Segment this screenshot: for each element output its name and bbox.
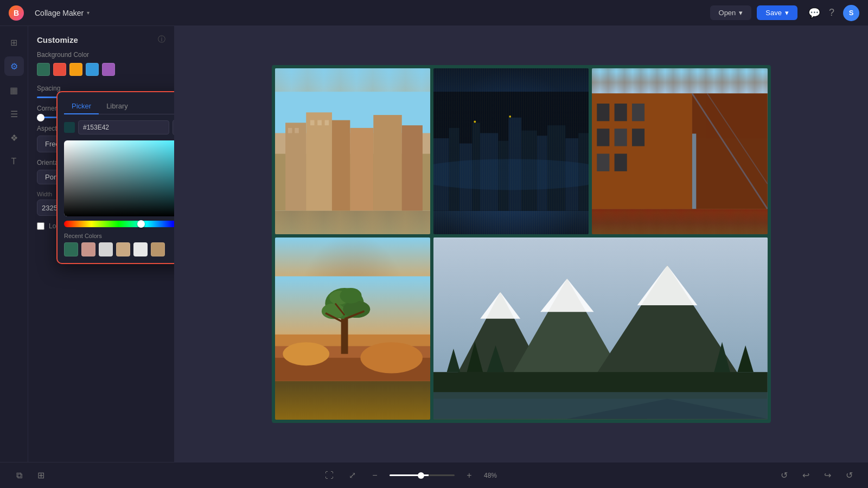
history-button[interactable]: ↺ [841,467,857,484]
sidebar-item-layers[interactable]: ☰ [4,104,24,124]
zoom-in-button[interactable]: + [461,467,477,484]
svg-rect-23 [509,118,522,211]
svg-point-29 [474,121,476,123]
recent-swatch-2[interactable] [81,242,95,256]
swatch-purple[interactable] [102,63,115,76]
refresh-button[interactable]: ↺ [776,467,792,484]
current-color-preview [64,122,75,133]
open-button[interactable]: Open ▾ [710,5,752,20]
svg-rect-17 [433,138,449,211]
svg-point-53 [360,342,422,373]
tab-library[interactable]: Library [99,99,136,114]
photo-cell-3[interactable] [592,68,768,234]
hue-slider[interactable] [64,221,175,227]
svg-point-52 [283,342,329,365]
svg-rect-3 [285,123,306,210]
icon-bar: ⊞ ⚙ ▦ ☰ ❖ T [0,26,28,462]
sidebar-item-text[interactable]: T [4,152,24,171]
comment-icon[interactable]: 💬 [808,7,820,19]
collage-board [272,65,771,423]
tab-picker[interactable]: Picker [64,99,99,114]
svg-rect-41 [615,129,627,146]
svg-point-59 [340,288,361,304]
swatch-blue[interactable] [86,63,99,76]
svg-rect-13 [325,120,329,126]
lock-aspect-checkbox[interactable] [37,222,44,230]
recent-swatch-3[interactable] [99,242,113,256]
photo-cell-1[interactable] [275,68,430,234]
picker-toolbar: ✏ 🔍 ⊞ + [64,120,175,135]
sidebar-item-customize[interactable]: ⚙ [4,56,24,76]
svg-rect-22 [498,141,508,211]
svg-rect-11 [310,120,315,126]
sidebar-item-layouts[interactable]: ⊞ [4,33,24,52]
recent-swatch-5[interactable] [133,242,148,256]
svg-rect-12 [317,120,322,126]
fit-view-button[interactable]: ⛶ [321,467,337,484]
svg-rect-40 [597,129,610,146]
svg-point-30 [509,115,512,118]
panel-title: Customize [37,35,78,44]
chevron-down-icon: ▾ [739,9,743,17]
sidebar-item-templates[interactable]: ▦ [4,80,24,100]
app-title-button[interactable]: Collage Maker ▾ [30,7,94,20]
layers-button[interactable]: ⧉ [11,467,27,484]
main-area: ⊞ ⚙ ▦ ☰ ❖ T Customize ⓘ Background Color… [0,26,868,462]
svg-rect-5 [332,120,350,211]
canvas-area[interactable] [175,26,868,462]
svg-rect-25 [537,136,547,210]
app-logo[interactable]: B [9,5,24,21]
svg-rect-37 [597,104,610,121]
save-button[interactable]: Save ▾ [757,5,797,20]
zoom-fit-button[interactable]: ⤢ [344,467,360,484]
gradient-canvas[interactable] [64,140,175,216]
chevron-down-icon: ▾ [785,9,789,17]
svg-rect-9 [288,128,292,133]
photo-cell-4[interactable] [275,237,430,420]
recent-swatch-1[interactable] [64,242,78,256]
svg-rect-19 [459,144,473,211]
sidebar-item-elements[interactable]: ❖ [4,128,24,147]
svg-rect-43 [597,153,610,171]
topbar: B Collage Maker ▾ Open ▾ Save ▾ 💬 ? S [0,0,868,26]
zoom-slider[interactable] [390,474,455,476]
svg-rect-44 [615,153,627,171]
bottom-center: ⛶ ⤢ − + 48% [321,467,503,484]
hex-input[interactable] [78,120,169,134]
info-icon[interactable]: ⓘ [158,35,165,44]
photo-cell-5[interactable] [433,237,768,420]
bottom-right: ↺ ↩ ↪ ↺ [776,467,857,484]
recent-swatch-4[interactable] [116,242,130,256]
svg-rect-26 [547,125,565,210]
background-color-section: Background Color [28,51,174,85]
swatch-red[interactable] [53,63,66,76]
zoom-out-button[interactable]: − [367,467,383,484]
avatar[interactable]: S [843,5,859,21]
svg-rect-8 [402,125,423,210]
bottom-bar: ⧉ ⊞ ⛶ ⤢ − + 48% ↺ ↩ ↪ ↺ [0,462,868,488]
help-icon[interactable]: ? [829,7,834,18]
swatch-orange[interactable] [69,63,82,76]
recent-colors-label: Recent Colors [64,233,175,239]
svg-rect-38 [615,104,627,121]
recent-colors [64,242,175,256]
redo-button[interactable]: ↪ [819,467,835,484]
hue-thumb [137,220,145,228]
photo-cell-2[interactable] [433,68,589,234]
svg-rect-28 [578,133,589,210]
topbar-actions: Open ▾ Save ▾ [710,5,797,20]
svg-point-31 [433,159,589,190]
swatch-teal[interactable] [37,63,50,76]
grid-view-button[interactable]: ⊞ [33,467,49,484]
svg-rect-15 [433,164,589,211]
svg-rect-39 [632,104,644,121]
svg-rect-27 [566,138,579,211]
left-panel: Customize ⓘ Background Color Spacing Cor… [28,26,175,462]
bg-color-label: Background Color [37,51,165,59]
zoom-label: 48% [484,472,503,479]
svg-rect-20 [473,123,480,210]
recent-swatch-6[interactable] [151,242,165,256]
svg-rect-24 [521,131,537,211]
undo-button[interactable]: ↩ [797,467,814,484]
svg-rect-47 [692,133,696,209]
